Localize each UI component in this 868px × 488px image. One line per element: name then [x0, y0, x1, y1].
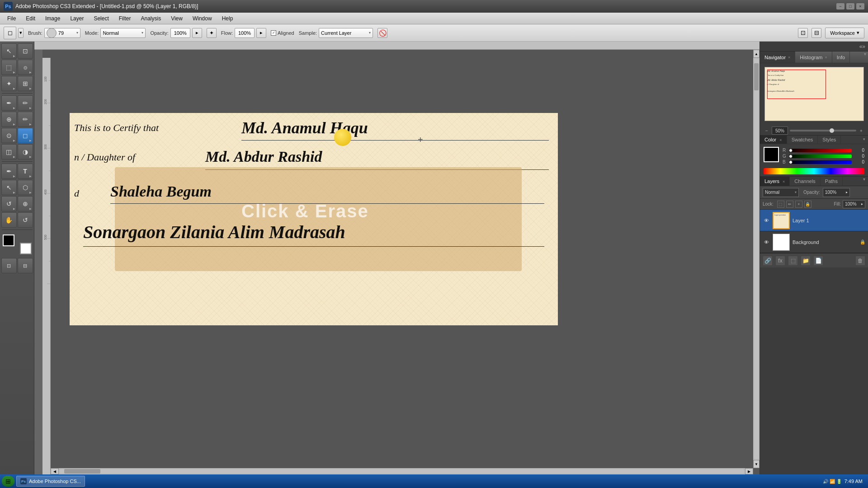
horizontal-scrollbar[interactable]: ◀ ▶ — [51, 468, 753, 474]
layer-opacity-input[interactable]: 100% ▸ — [823, 188, 850, 197]
background-color-swatch[interactable] — [20, 243, 32, 254]
text-tool[interactable]: T ▶ — [18, 164, 33, 179]
red-slider[interactable] — [789, 149, 852, 152]
lock-position-icon[interactable]: + — [795, 201, 802, 208]
spot-heal-tool[interactable]: ⊕ ▶ — [1, 112, 17, 127]
menu-filter[interactable]: Filter — [114, 14, 136, 23]
menu-edit[interactable]: Edit — [21, 14, 40, 23]
zoom-tool[interactable]: ⊕ ▶ — [18, 196, 33, 211]
histogram-tab[interactable]: Histogram × — [795, 52, 832, 63]
maximize-button[interactable]: □ — [846, 3, 854, 9]
zoom-out-btn[interactable]: − — [764, 127, 770, 134]
dodge-tool[interactable]: ◑ ▶ — [18, 144, 33, 160]
taskbar-ps-app[interactable]: Ps Adobe Photoshop CS... — [16, 476, 85, 487]
color-panel-arrow[interactable]: ▾ — [860, 136, 868, 144]
document-canvas[interactable]: This is to Certify that Md. Anamul Haqu … — [70, 113, 558, 325]
menu-select[interactable]: Select — [89, 14, 113, 23]
scroll-left-btn[interactable]: ◀ — [51, 468, 59, 474]
eraser-tool[interactable]: ◻ ▶ — [18, 128, 33, 143]
layers-tab[interactable]: Layers × — [760, 177, 790, 186]
zoom-slider[interactable] — [790, 130, 856, 131]
layer-style-btn[interactable]: fx — [775, 256, 785, 266]
layers-close[interactable]: × — [783, 179, 785, 184]
clone-stamp-tool[interactable]: ⊙ ▶ — [1, 128, 17, 143]
layer-1-visibility[interactable]: 👁 — [763, 217, 770, 224]
menu-layer[interactable]: Layer — [66, 14, 88, 23]
channels-tab[interactable]: Channels — [790, 177, 820, 186]
crop-tool[interactable]: ⊞ ▶ — [18, 76, 33, 91]
hand-tool[interactable]: ✋ — [1, 212, 17, 228]
foreground-color-swatch[interactable] — [3, 235, 14, 246]
menu-file[interactable]: File — [3, 14, 20, 23]
lock-transparent-icon[interactable]: ⬚ — [777, 201, 784, 208]
scroll-thumb-h[interactable] — [64, 469, 100, 474]
zoom-value-input[interactable] — [772, 127, 788, 135]
zoom-slider-thumb[interactable] — [830, 128, 834, 133]
aligned-checkbox[interactable]: ✓ — [271, 30, 276, 36]
layer-group-btn[interactable]: 📁 — [801, 256, 811, 266]
zoom-in-btn[interactable]: + — [858, 127, 864, 134]
opacity-input[interactable]: 100% — [170, 28, 190, 38]
paths-tab[interactable]: Paths — [821, 177, 843, 186]
flow-arrow-btn[interactable]: ▸ — [256, 28, 266, 38]
tool-presets-arrow[interactable]: ▾ — [18, 28, 24, 38]
menu-image[interactable]: Image — [41, 14, 65, 23]
layer-delete-btn[interactable]: 🗑 — [855, 256, 865, 266]
layer-new-btn[interactable]: 📄 — [813, 256, 823, 266]
lock-image-icon[interactable]: ✏ — [786, 201, 793, 208]
scroll-right-btn[interactable]: ▶ — [745, 468, 753, 474]
menu-window[interactable]: Window — [188, 14, 217, 23]
start-button[interactable]: ⊞ — [2, 476, 14, 487]
navigator-close[interactable]: × — [788, 55, 790, 60]
scroll-thumb-v[interactable] — [754, 63, 759, 90]
color-spectrum-bar[interactable] — [764, 168, 864, 174]
color-close-x[interactable]: × — [779, 138, 782, 142]
sample-select[interactable]: Current Layer ▾ — [319, 28, 373, 38]
layer-mode-select[interactable]: Normal ▾ — [763, 188, 799, 197]
scroll-down-btn[interactable]: ▼ — [753, 460, 760, 468]
shape-tool[interactable]: ⬡ ▶ — [18, 180, 33, 195]
screen-mode-btn[interactable]: ⊟ — [811, 28, 821, 38]
brush-tool[interactable]: ✏ ▶ — [18, 112, 33, 127]
green-slider[interactable] — [789, 155, 852, 158]
lock-all-icon[interactable]: 🔒 — [804, 201, 811, 208]
fill-input[interactable]: 100% ▸ — [843, 200, 865, 208]
navigator-tab[interactable]: Navigator × — [760, 52, 795, 63]
flow-input[interactable]: 100% — [235, 28, 255, 38]
close-button[interactable]: × — [856, 3, 864, 9]
menu-help[interactable]: Help — [217, 14, 238, 23]
quick-selection-tool[interactable]: ✦ ▶ — [1, 76, 17, 91]
panel-collapse-icon[interactable]: «» — [859, 43, 865, 50]
eraser-tool-icon[interactable]: ◻ — [4, 27, 16, 39]
ruler-tool[interactable]: ✏ ▶ — [18, 95, 33, 111]
path-select-tool[interactable]: ↖ ▶ — [1, 180, 17, 195]
scroll-up-btn[interactable]: ▲ — [753, 50, 760, 58]
info-tab[interactable]: Info — [832, 52, 850, 63]
quick-mask-btn[interactable]: ⊟ — [18, 258, 33, 273]
layer-mask-btn[interactable]: ⬚ — [788, 256, 798, 266]
green-thumb[interactable] — [789, 155, 793, 158]
rotate-view-tool[interactable]: ↺ — [18, 212, 33, 228]
eyedropper-tool[interactable]: ✒ ▶ — [1, 95, 17, 111]
mode-select[interactable]: Normal ▾ — [100, 28, 146, 38]
standard-mode-btn[interactable]: ⊡ — [1, 258, 17, 273]
histogram-close[interactable]: × — [825, 55, 827, 60]
brush-select[interactable]: 79 ▾ — [44, 28, 80, 38]
rect-marquee-tool[interactable]: ⬚ ▶ — [1, 60, 17, 75]
styles-tab[interactable]: Styles — [818, 136, 841, 144]
canvas-rotation-btn[interactable]: ⊡ — [798, 28, 808, 38]
selection-tool[interactable]: ↖ ▶ — [1, 43, 17, 59]
airbrush-btn[interactable]: ✦ — [207, 28, 217, 38]
blue-thumb[interactable] — [789, 160, 793, 164]
menu-view[interactable]: View — [166, 14, 187, 23]
3d-tool[interactable]: ↺ ▶ — [1, 196, 17, 211]
foreground-color-display[interactable] — [764, 147, 779, 162]
layer-bg-visibility[interactable]: 👁 — [763, 239, 770, 246]
swatches-tab[interactable]: Swatches — [787, 136, 818, 144]
blue-slider[interactable] — [789, 160, 852, 164]
color-tab[interactable]: Color × — [760, 136, 787, 144]
layer-item-bg[interactable]: 👁 Background 🔒 — [760, 231, 868, 253]
opacity-arrow-btn[interactable]: ▸ — [192, 28, 202, 38]
layer-item-1[interactable]: 👁 Layer preview Layer 1 — [760, 210, 868, 231]
menu-analysis[interactable]: Analysis — [136, 14, 165, 23]
